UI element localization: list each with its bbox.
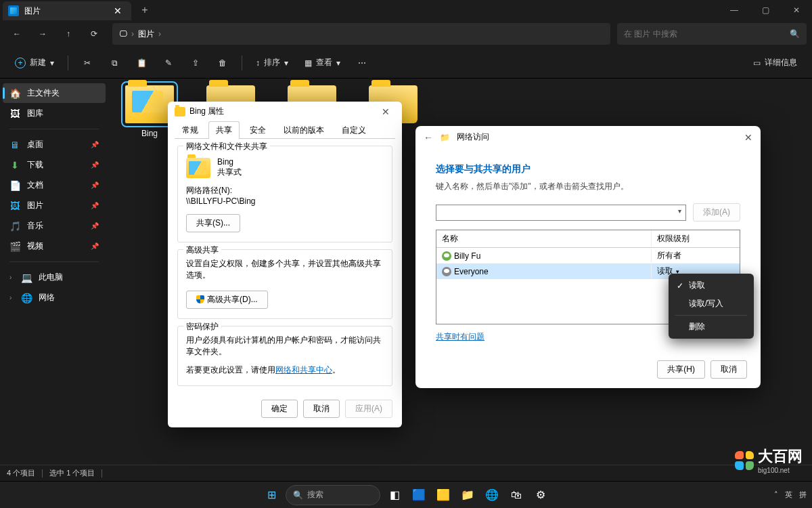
sidebar-item-documents[interactable]: 📄文档📌	[3, 175, 106, 195]
up-button[interactable]: ↑	[57, 22, 80, 45]
new-label: 新建	[30, 57, 46, 68]
search-box[interactable]: 🔍	[617, 23, 807, 45]
view-button[interactable]: ▦查看▾	[298, 53, 347, 72]
cut-button[interactable]: ✂	[75, 54, 99, 72]
share-button[interactable]: ⇪	[183, 54, 208, 72]
music-icon: 🎵	[9, 221, 20, 232]
system-tray: ˄ 英 拼	[774, 490, 807, 500]
cancel-button[interactable]: 取消	[710, 360, 747, 379]
sort-label: 排序	[264, 57, 280, 68]
close-button[interactable]: ✕	[781, 0, 812, 20]
videos-icon: 🎬	[9, 241, 20, 252]
tab-security[interactable]: 安全	[242, 121, 273, 139]
watermark-sub: big100.net	[758, 467, 803, 474]
taskbar-search[interactable]: 🔍搜索	[286, 485, 380, 505]
file-explorer-button[interactable]: 📁	[457, 485, 478, 505]
dialog-titlebar[interactable]: Bing 属性 ✕	[168, 102, 402, 121]
search-input[interactable]	[624, 29, 790, 39]
column-permission[interactable]: 权限级别	[652, 230, 740, 247]
ok-button[interactable]: 确定	[261, 400, 298, 418]
copy-button[interactable]: ⧉	[102, 54, 127, 72]
forward-button[interactable]: →	[31, 22, 54, 45]
window-tab[interactable]: 图片 ✕	[3, 1, 131, 20]
sharing-trouble-link[interactable]: 共享时有问题	[436, 332, 484, 341]
ime-lang2[interactable]: 拼	[799, 490, 807, 500]
back-button[interactable]: ←	[424, 132, 433, 143]
advanced-share-button[interactable]: 高级共享(D)...	[186, 291, 268, 309]
tab-sharing[interactable]: 共享	[208, 121, 240, 139]
plus-circle-icon	[15, 58, 26, 68]
sidebar-item-downloads[interactable]: ⬇下载📌	[3, 155, 106, 175]
section-title: 密码保护	[183, 321, 221, 333]
add-button[interactable]: 添加(A)	[693, 203, 740, 221]
refresh-button[interactable]: ⟳	[83, 22, 106, 45]
user-row[interactable]: Billy Fu 所有者	[436, 248, 740, 263]
minimize-button[interactable]: —	[719, 0, 750, 20]
advanced-hint: 设置自定义权限，创建多个共享，并设置其他高级共享选项。	[186, 258, 384, 281]
divider	[9, 129, 99, 129]
watermark: 大百网 big100.net	[735, 446, 803, 474]
dialog-buttons: 确定 取消 应用(A)	[168, 393, 402, 427]
pc-icon: 💻	[21, 272, 32, 283]
settings-button[interactable]: ⚙	[531, 485, 551, 505]
menu-readwrite[interactable]: 读取/写入	[671, 295, 751, 313]
breadcrumb-item[interactable]: 图片	[138, 28, 154, 40]
share-heading: 选择要与其共享的用户	[436, 163, 740, 175]
menu-read[interactable]: 读取	[671, 276, 751, 295]
sort-button[interactable]: ↕排序▾	[249, 53, 295, 72]
sidebar-item-network[interactable]: ›🌐网络	[3, 288, 106, 308]
apply-button[interactable]: 应用(A)	[345, 400, 392, 418]
tray-chevron-icon[interactable]: ˄	[774, 490, 778, 499]
network-center-link[interactable]: 网络和共享中心	[275, 365, 332, 375]
search-icon: 🔍	[790, 29, 800, 39]
ime-lang1[interactable]: 英	[785, 490, 792, 500]
new-button[interactable]: 新建▾	[8, 53, 61, 72]
start-button[interactable]: ⊞	[261, 485, 281, 505]
widget-button[interactable]: 🟦	[409, 485, 429, 505]
new-tab-button[interactable]: +	[135, 4, 154, 16]
tab-custom[interactable]: 自定义	[334, 121, 374, 139]
details-button[interactable]: ▭详细信息	[746, 53, 804, 72]
search-icon: 🔍	[293, 490, 303, 500]
sidebar-label: 音乐	[27, 220, 43, 232]
user-name: Everyone	[454, 267, 489, 276]
dialog-close-button[interactable]: ✕	[744, 132, 752, 143]
divider	[102, 469, 102, 478]
back-button[interactable]: ←	[5, 22, 28, 45]
share-submit-button[interactable]: 共享(H)	[657, 360, 705, 379]
tab-general[interactable]: 常规	[175, 121, 206, 139]
store-button[interactable]: 🛍	[506, 485, 526, 505]
sidebar-label: 此电脑	[39, 272, 63, 283]
dialog-title: Bing 属性	[189, 106, 224, 117]
sidebar-item-music[interactable]: 🎵音乐📌	[3, 216, 106, 236]
column-name[interactable]: 名称	[436, 230, 652, 247]
more-button[interactable]: ⋯	[350, 54, 374, 72]
edge-button[interactable]: 🌐	[482, 485, 502, 505]
sidebar-item-gallery[interactable]: 🖼图库	[3, 104, 106, 123]
taskbar-app[interactable]: 🟨	[433, 485, 453, 505]
user-combo[interactable]	[436, 205, 686, 221]
breadcrumb[interactable]: 🖵 › 图片 ›	[112, 23, 610, 45]
sidebar-item-home[interactable]: 🏠主文件夹	[3, 83, 106, 103]
share-button[interactable]: 共享(S)...	[186, 214, 240, 232]
task-view-button[interactable]: ◧	[384, 485, 405, 505]
maximize-button[interactable]: ▢	[750, 0, 781, 20]
paste-button[interactable]: 📋	[129, 54, 154, 72]
permission-context-menu: 读取 读取/写入 删除	[669, 274, 754, 339]
gallery-icon: 🖼	[9, 108, 20, 119]
chevron-right-icon: ›	[131, 29, 134, 39]
delete-button[interactable]: 🗑	[210, 54, 235, 72]
rename-button[interactable]: ✎	[156, 54, 181, 72]
sidebar-item-thispc[interactable]: ›💻此电脑	[3, 268, 106, 287]
tab-close-button[interactable]: ✕	[111, 5, 125, 16]
tab-previous[interactable]: 以前的版本	[276, 121, 332, 139]
shield-icon	[196, 295, 204, 303]
folder-icon	[125, 85, 174, 123]
cancel-button[interactable]: 取消	[303, 400, 340, 418]
dialog-close-button[interactable]: ✕	[376, 106, 395, 117]
pin-icon: 📌	[91, 182, 99, 189]
menu-remove[interactable]: 删除	[671, 318, 751, 336]
sidebar-item-desktop[interactable]: 🖥桌面📌	[3, 135, 106, 154]
sidebar-item-videos[interactable]: 🎬视频📌	[3, 236, 106, 256]
sidebar-item-pictures[interactable]: 🖼图片📌	[3, 196, 106, 215]
